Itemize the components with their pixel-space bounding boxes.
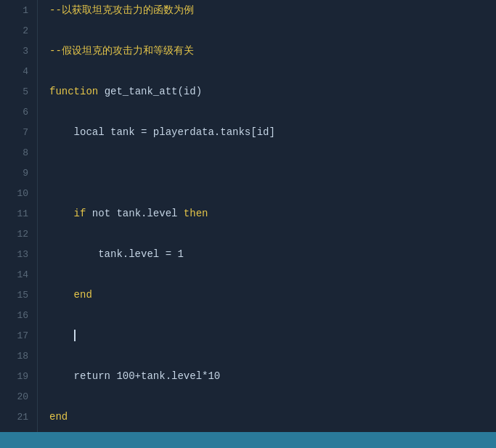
code-content[interactable]: --以获取坦克攻击力的函数为例 --假设坦克的攻击力和等级有关 function… (38, 0, 496, 448)
line-num-10: 10 (0, 183, 37, 203)
line-num-4: 4 (0, 61, 37, 81)
cursor (74, 330, 76, 341)
line-num-6: 6 (0, 102, 37, 122)
line-num-5: 5 (0, 81, 37, 102)
line-num-19: 19 (0, 366, 37, 386)
code-line-18 (49, 346, 496, 366)
line-5-keyword: function (49, 81, 105, 102)
code-line-17 (49, 325, 496, 346)
line-num-16: 16 (0, 305, 37, 325)
code-line-5: function get_tank_att(id) (49, 81, 496, 102)
line-num-9: 9 (0, 163, 37, 183)
line-num-8: 8 (0, 142, 37, 163)
line-11-then: then (184, 203, 208, 224)
code-line-21: end (49, 407, 496, 427)
line-7-text: local tank = playerdata.tanks[id] (49, 122, 275, 142)
bottom-bar (0, 432, 496, 448)
code-line-13: tank.level = 1 (49, 244, 496, 264)
code-line-6 (49, 102, 496, 122)
line-3-text: --假设坦克的攻击力和等级有关 (49, 41, 194, 61)
line-num-14: 14 (0, 264, 37, 285)
line-15-end: end (74, 285, 92, 305)
code-line-11: if not tank.level then (49, 203, 496, 224)
code-line-2 (49, 20, 496, 41)
line-13-text: tank.level = 1 (49, 244, 184, 264)
code-line-20 (49, 386, 496, 407)
line-num-12: 12 (0, 224, 37, 244)
code-line-16 (49, 305, 496, 325)
line-num-3: 3 (0, 41, 37, 61)
line-15-indent (49, 285, 74, 305)
line-21-end: end (49, 407, 68, 427)
line-num-20: 20 (0, 386, 37, 407)
line-num-15: 15 (0, 285, 37, 305)
line-5-text: get_tank_att(id) (105, 81, 202, 102)
code-line-7: local tank = playerdata.tanks[id] (49, 122, 496, 142)
line-num-21: 21 (0, 407, 37, 427)
code-line-9 (49, 163, 496, 183)
line-num-18: 18 (0, 346, 37, 366)
code-editor: 1 2 3 4 5 6 7 8 9 10 11 12 13 14 15 16 1… (0, 0, 496, 448)
code-line-14 (49, 264, 496, 285)
code-line-12 (49, 224, 496, 244)
line-17-indent (49, 325, 74, 346)
line-num-7: 7 (0, 122, 37, 142)
line-num-11: 11 (0, 203, 37, 224)
code-line-4 (49, 61, 496, 81)
line-11-indent (49, 203, 74, 224)
line-num-2: 2 (0, 20, 37, 41)
code-line-8 (49, 142, 496, 163)
line-11-mid: not tank.level (86, 203, 183, 224)
line-11-if: if (74, 203, 86, 224)
line-num-1: 1 (0, 0, 37, 20)
line-num-17: 17 (0, 325, 37, 346)
line-numbers: 1 2 3 4 5 6 7 8 9 10 11 12 13 14 15 16 1… (0, 0, 38, 448)
line-num-13: 13 (0, 244, 37, 264)
code-line-3: --假设坦克的攻击力和等级有关 (49, 41, 496, 61)
code-line-1: --以获取坦克攻击力的函数为例 (49, 0, 496, 20)
line-19-text: return 100+tank.level*10 (49, 366, 220, 386)
code-line-10 (49, 183, 496, 203)
code-line-15: end (49, 285, 496, 305)
code-line-19: return 100+tank.level*10 (49, 366, 496, 386)
line-1-text: --以获取坦克攻击力的函数为例 (49, 0, 194, 20)
